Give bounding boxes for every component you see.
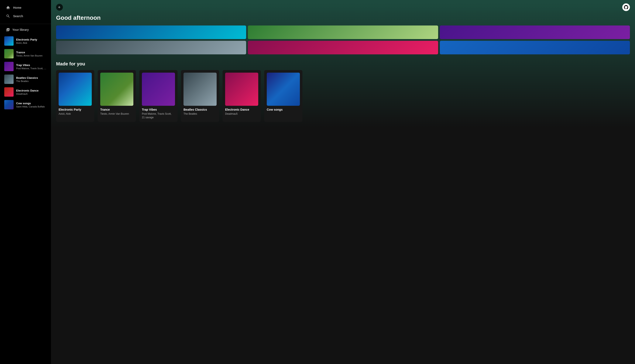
playlist-name-mfy-tr: Trance [100, 108, 133, 111]
library-header[interactable]: Your library [0, 26, 51, 34]
library-sub-electronic-dance: Deadmau5 [16, 92, 47, 95]
library-info-electronic-dance: Electronic Dance Deadmau5 [16, 89, 47, 95]
main-body: Good afternoon Electronic Party Trance T… [51, 13, 635, 129]
quick-card-thumb-qc-ep [56, 26, 246, 39]
playlist-name-mfy-bc: Beatles Classics [184, 108, 216, 111]
library-section: Your library Electronic Party Avicii, Al… [0, 24, 51, 112]
library-name-cow-songs: Cow songs [16, 102, 47, 105]
playlist-card-mfy-tv[interactable]: Trap Vibes Post Malone, Travis Scott, 21… [139, 70, 178, 122]
sidebar-item-search[interactable]: Search [4, 12, 48, 20]
playlist-card-mfy-ed[interactable]: Electronic Dance Deadmau5 [222, 70, 261, 122]
playlist-thumb-mfy-ed [225, 73, 258, 106]
sidebar-item-home[interactable]: Home [4, 4, 48, 12]
playlist-name-mfy-ed: Electronic Dance [225, 108, 258, 111]
playlist-sub-mfy-tr: Tiesto, Armin Van Buuren [100, 112, 133, 116]
library-info-beatles-classics: Beatles Classics The Beatles [16, 76, 47, 82]
main-header [51, 0, 635, 13]
library-item-trap-vibes[interactable]: Trap Vibes Post Malone, Travis Scott, 21… [2, 60, 48, 73]
main-content: Good afternoon Electronic Party Trance T… [51, 0, 635, 364]
quick-card-qc-bc[interactable]: Beatles Classics [56, 41, 246, 54]
library-name-trap-vibes: Trap Vibes [16, 64, 47, 67]
playlist-thumb-mfy-ep [58, 73, 92, 106]
search-icon [6, 14, 10, 18]
playlist-sub-mfy-ed: Deadmau5 [225, 112, 258, 116]
library-list: Electronic Party Avicii, Alok Trance Tie… [0, 34, 51, 112]
library-sub-trap-vibes: Post Malone, Travis Scott, 21 savage [16, 67, 47, 70]
library-name-trance: Trance [16, 51, 47, 54]
github-icon[interactable] [622, 4, 630, 11]
library-info-trance: Trance Tiesto, Armin Van Buuren [16, 51, 47, 57]
made-for-you-title: Made for you [56, 61, 630, 67]
sidebar-nav: Home Search [0, 4, 51, 22]
playlist-card-mfy-ep[interactable]: Electronic Party Avicii, Alok [56, 70, 94, 122]
library-sub-electronic-party: Avicii, Alok [16, 42, 47, 44]
quick-card-thumb-qc-cs [440, 41, 630, 54]
library-item-electronic-dance[interactable]: Electronic Dance Deadmau5 [2, 86, 48, 98]
library-thumb-cow-songs [4, 100, 14, 109]
quick-card-qc-tv[interactable]: Trap Vibes [440, 26, 630, 39]
library-item-beatles-classics[interactable]: Beatles Classics The Beatles [2, 73, 48, 86]
playlist-name-mfy-cs: Cow songs [267, 108, 300, 111]
playlist-thumb-mfy-tv [142, 73, 175, 106]
sidebar: Home Search Your library Electronic [0, 0, 51, 364]
library-label: Your library [12, 28, 29, 32]
playlist-sub-mfy-ep: Avicii, Alok [58, 112, 92, 116]
quick-card-thumb-qc-ed [248, 41, 438, 54]
made-for-you-cards: Electronic Party Avicii, Alok Trance Tie… [56, 70, 630, 122]
library-name-electronic-party: Electronic Party [16, 38, 47, 41]
library-name-beatles-classics: Beatles Classics [16, 76, 47, 80]
quick-card-thumb-qc-bc [56, 41, 246, 54]
back-button[interactable] [56, 4, 63, 10]
playlist-name-mfy-tv: Trap Vibes [142, 108, 175, 111]
sidebar-home-label: Home [13, 6, 22, 9]
greeting-text: Good afternoon [56, 13, 630, 21]
library-item-trance[interactable]: Trance Tiesto, Armin Van Buuren [2, 47, 48, 60]
library-thumb-electronic-party [4, 36, 14, 46]
playlist-thumb-mfy-bc [184, 73, 216, 106]
playlist-sub-mfy-tv: Post Malone, Travis Scott, 21 savage [142, 112, 175, 119]
library-item-electronic-party[interactable]: Electronic Party Avicii, Alok [2, 34, 48, 47]
library-thumb-trap-vibes [4, 62, 14, 71]
playlist-name-mfy-ep: Electronic Party [58, 108, 92, 111]
library-info-cow-songs: Cow songs Saint Hilda, Canada Buffalo [16, 102, 47, 108]
quick-card-qc-cs[interactable]: Cow songs [440, 41, 630, 54]
playlist-thumb-mfy-cs [267, 73, 300, 106]
quick-card-thumb-qc-tv [440, 26, 630, 39]
playlist-card-mfy-cs[interactable]: Cow songs [264, 70, 302, 122]
quick-card-qc-tr[interactable]: Trance [248, 26, 438, 39]
quick-card-thumb-qc-tr [248, 26, 438, 39]
playlist-thumb-mfy-tr [100, 73, 133, 106]
playlist-sub-mfy-bc: The Beatles [184, 112, 216, 116]
playlist-card-mfy-tr[interactable]: Trance Tiesto, Armin Van Buuren [98, 70, 136, 122]
library-thumb-trance [4, 49, 14, 58]
library-info-trap-vibes: Trap Vibes Post Malone, Travis Scott, 21… [16, 64, 47, 70]
library-info-electronic-party: Electronic Party Avicii, Alok [16, 38, 47, 44]
home-icon [6, 6, 10, 10]
library-sub-cow-songs: Saint Hilda, Canada Buffalo [16, 105, 47, 108]
quick-access-grid: Electronic Party Trance Trap Vibes Beatl… [56, 26, 630, 54]
library-icon [6, 28, 10, 32]
library-item-cow-songs[interactable]: Cow songs Saint Hilda, Canada Buffalo [2, 98, 48, 111]
library-thumb-beatles-classics [4, 74, 14, 84]
quick-card-qc-ep[interactable]: Electronic Party [56, 26, 246, 39]
library-name-electronic-dance: Electronic Dance [16, 89, 47, 92]
library-sub-trance: Tiesto, Armin Van Buuren [16, 54, 47, 57]
playlist-card-mfy-bc[interactable]: Beatles Classics The Beatles [181, 70, 219, 122]
library-sub-beatles-classics: The Beatles [16, 80, 47, 82]
sidebar-search-label: Search [13, 14, 23, 18]
library-thumb-electronic-dance [4, 87, 14, 97]
quick-card-qc-ed[interactable]: Electronic Dance [248, 41, 438, 54]
